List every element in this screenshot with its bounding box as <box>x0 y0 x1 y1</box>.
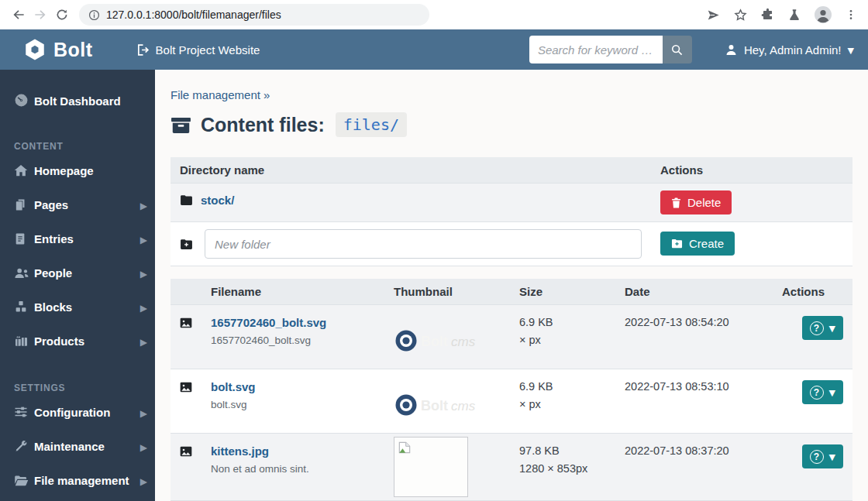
file-description: bolt.svg <box>211 399 384 410</box>
sidebar-item-label: Maintenance <box>34 440 105 453</box>
sidebar-section-settings: SETTINGS <box>0 383 155 393</box>
chevron-right-icon: ▶ <box>140 335 147 351</box>
brand-name: Bolt <box>53 39 93 61</box>
current-path-chip: files/ <box>336 112 407 137</box>
app-header: Bolt Bolt Project Website Hey, Admin Adm… <box>0 29 868 70</box>
date-header: Date <box>615 279 767 305</box>
gauge-icon <box>14 93 34 112</box>
search-input[interactable] <box>529 36 663 63</box>
filename-header: Filename <box>202 279 394 305</box>
image-file-icon <box>180 317 192 328</box>
project-website-link[interactable]: Bolt Project Website <box>136 43 260 57</box>
file-size: 97.8 KB <box>519 444 606 457</box>
blocks-icon <box>14 300 34 317</box>
user-menu-label: Hey, Admin Admin! <box>744 43 842 57</box>
file-description: 1657702460_bolt.svg <box>211 335 384 346</box>
sidebar-item-homepage[interactable]: Homepage <box>0 155 155 189</box>
delete-folder-button[interactable]: Delete <box>660 190 732 214</box>
header-search <box>529 36 692 63</box>
svg-text:Bolt: Bolt <box>421 398 448 413</box>
file-actions-dropdown[interactable]: ? ▼ <box>802 444 843 468</box>
bolt-cms-logo-thumbnail: Bolt cms <box>394 393 501 420</box>
files-icon-header <box>170 279 202 305</box>
experiments-flask-icon[interactable] <box>787 8 801 22</box>
breadcrumb[interactable]: File management » <box>170 88 270 101</box>
info-icon[interactable] <box>88 9 100 21</box>
chevron-right-icon: ▶ <box>140 406 147 422</box>
question-circle-icon: ? <box>810 386 824 400</box>
sliders-icon <box>14 405 34 423</box>
people-icon <box>14 266 34 283</box>
file-date: 2022-07-13 08:54:20 <box>615 305 767 369</box>
chevron-down-icon: ▼ <box>829 452 835 462</box>
profile-avatar-icon[interactable] <box>814 5 832 24</box>
products-icon <box>14 334 34 352</box>
chevron-right-icon: ▶ <box>140 266 147 283</box>
file-date: 2022-07-13 08:53:10 <box>615 369 767 434</box>
chevron-right-icon: ▶ <box>140 474 147 490</box>
file-link[interactable]: bolt.svg <box>211 380 256 393</box>
search-button[interactable] <box>663 36 692 63</box>
back-icon[interactable] <box>8 4 29 26</box>
forward-icon[interactable] <box>29 4 51 26</box>
sidebar-item-people[interactable]: People ▶ <box>0 257 155 291</box>
chevron-right-icon: ▶ <box>140 300 147 317</box>
folder-icon <box>180 194 193 206</box>
send-icon[interactable] <box>706 8 721 22</box>
trash-icon <box>671 197 681 208</box>
file-actions-dropdown[interactable]: ? ▼ <box>802 316 843 340</box>
address-bar[interactable]: 127.0.0.1:8000/bolt/filemanager/files <box>79 4 429 26</box>
sidebar-item-label: Homepage <box>34 164 94 177</box>
file-row: kittens.jpg Non et ad omnis sint. 97.8 K… <box>170 434 852 501</box>
sidebar-item-products[interactable]: Products ▶ <box>0 325 155 359</box>
sidebar-item-label: Pages <box>34 198 68 211</box>
files-table: Filename Thumbnail Size Date Actions <box>170 279 852 501</box>
sidebar-item-pages[interactable]: Pages ▶ <box>0 189 155 223</box>
folder-plus-icon <box>180 238 193 250</box>
sidebar-section-content: CONTENT <box>0 141 155 152</box>
new-folder-row: Create <box>170 222 852 266</box>
sidebar-item-entries[interactable]: Entries ▶ <box>0 223 155 257</box>
sidebar: Bolt Dashboard CONTENT Homepage Pages ▶ … <box>0 70 155 501</box>
svg-text:cms: cms <box>451 399 476 413</box>
page-title-text: Content files: <box>201 114 325 136</box>
app-shell: 127.0.0.1:8000/bolt/filemanager/files <box>0 0 868 501</box>
sign-out-icon <box>136 43 150 57</box>
file-date: 2022-07-13 08:37:20 <box>615 434 767 501</box>
user-icon <box>725 43 738 57</box>
file-actions-dropdown[interactable]: ? ▼ <box>802 380 843 404</box>
bookmark-star-icon[interactable] <box>733 8 748 22</box>
broken-image-thumbnail <box>394 437 468 497</box>
image-file-icon <box>180 382 192 393</box>
search-icon <box>670 43 684 57</box>
file-description: Non et ad omnis sint. <box>211 463 384 475</box>
file-dimensions: × px <box>519 398 606 410</box>
url-text[interactable]: 127.0.0.1:8000/bolt/filemanager/files <box>106 9 281 21</box>
sidebar-item-dashboard[interactable]: Bolt Dashboard <box>0 84 155 121</box>
chevron-right-icon: ▶ <box>140 440 147 456</box>
sidebar-item-configuration[interactable]: Configuration ▶ <box>0 396 155 431</box>
project-website-label: Bolt Project Website <box>156 43 260 57</box>
sidebar-item-file-management[interactable]: File management ▶ <box>0 465 155 499</box>
sidebar-item-label: Configuration <box>34 406 110 419</box>
question-circle-icon: ? <box>810 321 824 335</box>
create-button-label: Create <box>689 237 724 250</box>
create-folder-button[interactable]: Create <box>660 232 735 256</box>
sidebar-item-maintenance[interactable]: Maintenance ▶ <box>0 431 155 465</box>
file-dimensions: 1280 × 853px <box>519 462 606 475</box>
new-folder-input[interactable] <box>205 229 642 259</box>
file-size: 6.9 KB <box>519 380 606 393</box>
browser-menu-icon[interactable] <box>845 9 857 21</box>
sidebar-item-label: Entries <box>34 232 74 245</box>
sidebar-item-blocks[interactable]: Blocks ▶ <box>0 291 155 325</box>
bolt-logo[interactable]: Bolt <box>23 38 93 61</box>
reload-icon[interactable] <box>51 4 73 26</box>
file-link[interactable]: 1657702460_bolt.svg <box>211 316 326 329</box>
extensions-icon[interactable] <box>760 8 775 22</box>
directory-link-stock[interactable]: stock/ <box>201 194 234 207</box>
file-size: 6.9 KB <box>519 316 606 328</box>
file-link[interactable]: kittens.jpg <box>211 444 269 458</box>
size-header: Size <box>510 279 615 305</box>
user-menu[interactable]: Hey, Admin Admin! ▼ <box>725 43 854 57</box>
page-title: Content files: files/ <box>170 112 852 137</box>
